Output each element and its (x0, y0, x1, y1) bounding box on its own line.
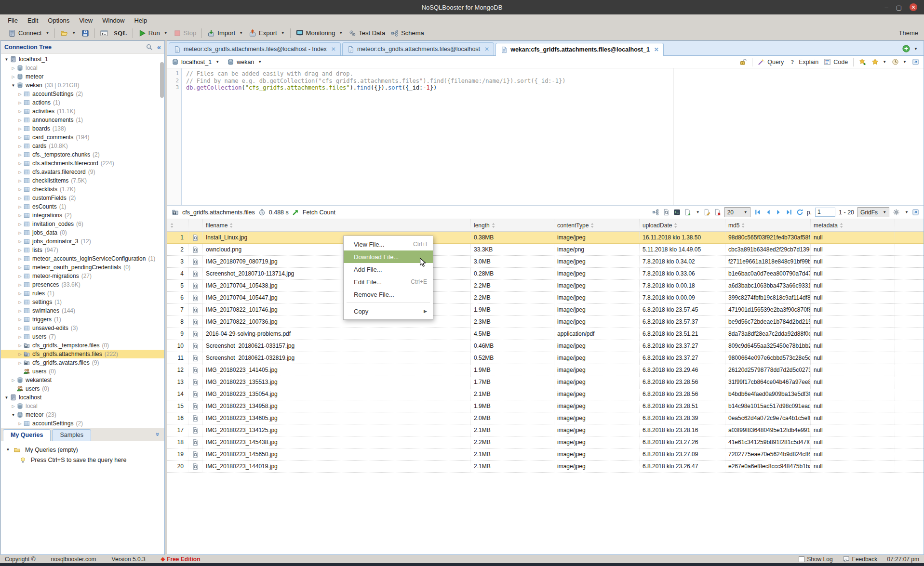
add-document-button[interactable] (684, 209, 691, 216)
prev-page-button[interactable] (764, 209, 772, 216)
feedback-button[interactable]: Feedback (843, 555, 878, 563)
expand-icon[interactable]: ▷ (17, 265, 23, 270)
cell-metadata[interactable]: null (811, 376, 895, 388)
table-row[interactable]: 11Screenshot_20180621-032819.jpg0.52MBim… (167, 352, 924, 364)
cell-md5[interactable]: 9800664e097e6cbbd573c28e5d (725, 352, 811, 364)
cell-uploaddate[interactable]: 6.8.2018 klo 23.37.27 (640, 340, 725, 352)
cell-filename[interactable]: IMG_20180223_141405.jpg (203, 364, 471, 376)
sql-button[interactable]: SQL (112, 28, 129, 38)
cell-contenttype[interactable]: image/jpeg (554, 461, 640, 472)
collapse-icon[interactable]: ▼ (4, 57, 9, 62)
cell-filename[interactable]: IMG_20180223_135513.jpg (203, 376, 471, 388)
expand-icon[interactable]: ▷ (17, 196, 23, 200)
preview-cell[interactable] (188, 400, 203, 412)
cell-contenttype[interactable]: image/jpeg (554, 352, 640, 364)
cell-contenttype[interactable]: image/jpeg (554, 436, 640, 448)
sort-icon[interactable] (840, 223, 844, 228)
cell-metadata[interactable]: null (811, 364, 895, 376)
expand-icon[interactable]: ▷ (17, 144, 23, 148)
expand-icon[interactable]: ▷ (17, 153, 23, 157)
cell-md5[interactable]: 98d80c565f03f921fe4b730af58f8 (725, 232, 811, 243)
cell-md5[interactable]: b14c98e1015ac517d98c091ead (725, 400, 811, 412)
preview-cell[interactable] (188, 280, 203, 291)
chevron-down-icon[interactable]: ▼ (45, 31, 49, 35)
preview-cell[interactable] (188, 304, 203, 316)
cell-metadata[interactable]: null (811, 292, 895, 303)
cell-metadata[interactable]: null (811, 316, 895, 328)
preview-cell[interactable] (188, 268, 203, 279)
preview-cell[interactable] (188, 232, 203, 243)
page-input[interactable]: 1 (815, 208, 835, 217)
cell-metadata[interactable]: null (811, 388, 895, 400)
cell-md5[interactable]: be9d56c72bdeae1b784d2bd215 (725, 316, 811, 328)
table-row[interactable]: 2owncloud.png33.3KBimage/png5.11.2018 kl… (167, 244, 924, 256)
cell-contenttype[interactable]: image/jpeg (554, 304, 640, 316)
cell-uploaddate[interactable]: 7.8.2018 klo 0.33.06 (640, 268, 725, 279)
cell-metadata[interactable]: null (811, 304, 895, 316)
query-editor[interactable]: 123 // Files can be added easily with dr… (167, 68, 924, 206)
cell-uploaddate[interactable]: 6.8.2018 klo 23.37.27 (640, 352, 725, 364)
expand-icon[interactable]: ▷ (17, 170, 23, 174)
cell-contenttype[interactable]: image/jpeg (554, 280, 640, 291)
show-log-checkbox[interactable] (799, 556, 804, 562)
expand-icon[interactable]: ▷ (17, 109, 23, 114)
table-row[interactable]: 13IMG_20180223_135513.jpg1.7MBimage/jpeg… (167, 376, 924, 388)
delete-document-button[interactable] (714, 209, 721, 216)
cell-md5[interactable]: f2711e9661a1818e848c91bf99b (725, 256, 811, 267)
preview-cell[interactable] (188, 461, 203, 472)
tree-item-activities[interactable]: ▷activities(11.1K) (1, 107, 164, 116)
search-icon[interactable] (146, 43, 153, 51)
tree-item-local[interactable]: ▷local (1, 402, 164, 410)
cell-length[interactable]: 1.9MB (471, 304, 554, 316)
cell-length[interactable]: 2.1MB (471, 448, 554, 460)
close-tab-icon[interactable]: ✕ (484, 46, 489, 53)
test-data-button[interactable]: Test Data (347, 28, 387, 38)
cell-length[interactable]: 2.2MB (471, 292, 554, 303)
tree-item-cfs-gridfs-avatars-files[interactable]: ▷cfs_gridfs.avatars.files(9) (1, 358, 164, 367)
add-favorite-button[interactable] (859, 58, 866, 66)
menu-view[interactable]: View (74, 15, 97, 26)
history-button[interactable]: ▼ (892, 58, 907, 66)
open-button[interactable]: ▼ (58, 28, 78, 38)
breadcrumb-wekan[interactable]: wekan▼ (227, 58, 262, 66)
first-page-button[interactable] (754, 209, 761, 216)
table-row[interactable]: 92016-04-29-solving-problems.pdf4.5MBapp… (167, 328, 924, 340)
cell-uploaddate[interactable]: 6.8.2018 klo 23.57.37 (640, 316, 725, 328)
tree-item-triggers[interactable]: ▷triggers(1) (1, 315, 164, 324)
chevron-down-icon[interactable]: ▼ (72, 31, 76, 35)
cell-contenttype[interactable]: image/jpeg (554, 256, 640, 267)
cell-uploaddate[interactable]: 6.8.2018 klo 23.29.46 (640, 364, 725, 376)
tree-item-cfs-gridfs-tempstore-files[interactable]: ▷cfs_gridfs._tempstore.files(0) (1, 341, 164, 350)
chevron-down-icon[interactable]: ▼ (339, 31, 343, 35)
cell-md5[interactable]: e267e0a6ef8ec8ccc948475b1ba (725, 461, 811, 472)
lock-icon[interactable] (739, 58, 747, 66)
page-size-select[interactable]: 20▼ (724, 207, 750, 217)
preview-cell[interactable] (188, 292, 203, 303)
cell-uploaddate[interactable]: 6.8.2018 klo 23.28.16 (640, 424, 725, 436)
tree-item-jobs-data[interactable]: ▷jobs_data(0) (1, 228, 164, 237)
tree-item-meteor-oauth-pendingcredentials[interactable]: ▷meteor_oauth_pendingCredentials(0) (1, 263, 164, 272)
chevron-down-icon[interactable]: ▼ (905, 210, 909, 214)
next-page-button[interactable] (775, 209, 782, 216)
column-header-md5[interactable]: md5 (725, 219, 811, 231)
cell-uploaddate[interactable]: 7.8.2018 klo 0.34.02 (640, 256, 725, 267)
code-area[interactable]: // Files can be added easily with drag a… (182, 68, 924, 205)
cell-filename[interactable]: Screenshot_20180621-032819.jpg (203, 352, 471, 364)
expand-icon[interactable]: ▷ (17, 248, 23, 252)
cell-uploaddate[interactable]: 6.8.2018 klo 23.28.51 (640, 400, 725, 412)
cell-uploaddate[interactable]: 6.8.2018 klo 23.57.45 (640, 304, 725, 316)
tree-item-checklistitems[interactable]: ▷checklistItems(7.5K) (1, 176, 164, 185)
table-row[interactable]: 17IMG_20180223_134125.jpg2.1MBimage/jpeg… (167, 424, 924, 436)
cell-md5[interactable]: b4bdb6e4faed0a909ba13e5df30 (725, 388, 811, 400)
cell-md5[interactable]: cbc3a891b6348ed2f29cb7d1396 (725, 244, 811, 255)
cell-md5[interactable]: 41e61c341259b891f281c5d47f0 (725, 436, 811, 448)
cell-metadata[interactable]: null (811, 461, 895, 472)
expand-icon[interactable]: ▷ (17, 309, 23, 313)
cell-length[interactable]: 0.38MB (471, 232, 554, 243)
column-header-contenttype[interactable]: contentType (554, 219, 640, 231)
cell-metadata[interactable]: null (811, 412, 895, 424)
table-row[interactable]: 20IMG_20180223_144019.jpg2.1MBimage/jpeg… (167, 461, 924, 473)
cell-length[interactable]: 4.5MB (471, 328, 554, 340)
expand-icon[interactable]: ▷ (11, 404, 16, 408)
cell-uploaddate[interactable]: 6.8.2018 klo 23.27.26 (640, 436, 725, 448)
